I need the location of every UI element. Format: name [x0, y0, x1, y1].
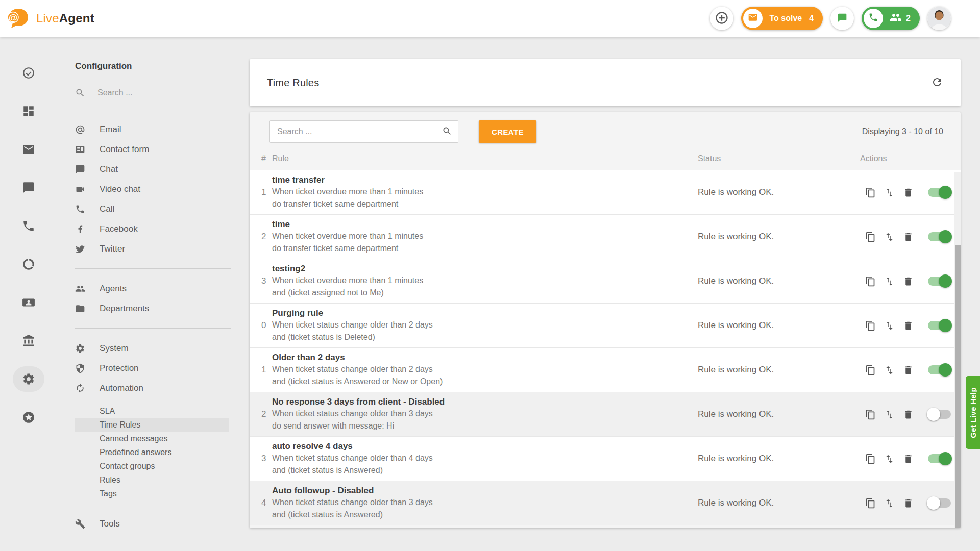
sidebar-search-input[interactable] — [96, 88, 221, 98]
rail-item-calls[interactable] — [13, 213, 44, 239]
rail-item-dashboard[interactable] — [13, 98, 44, 124]
sidebar-item-email[interactable]: Email — [75, 119, 250, 139]
rail-item-mail[interactable] — [13, 137, 44, 162]
rules-table-body: 1time transferWhen ticket overdue more t… — [250, 170, 961, 525]
sidebar-item-tags[interactable]: Tags — [75, 487, 229, 500]
rule-enabled-toggle[interactable] — [928, 321, 951, 330]
rule-action: and (ticket status is Answered) — [272, 464, 698, 477]
rule-row[interactable]: 4Auto followup - DisabledWhen ticket sta… — [250, 481, 961, 525]
brand-logo[interactable]: @ LiveAgent — [6, 7, 94, 30]
sidebar-item-twitter[interactable]: Twitter — [75, 239, 250, 259]
copy-icon[interactable] — [865, 498, 876, 509]
rail-item-billing[interactable] — [13, 328, 44, 354]
rule-enabled-toggle[interactable] — [928, 498, 951, 508]
copy-icon[interactable] — [865, 232, 876, 242]
rule-row[interactable]: 3auto resolve 4 daysWhen ticket status c… — [250, 437, 961, 481]
scrollbar-thumb[interactable] — [955, 245, 961, 528]
rule-enabled-toggle[interactable] — [928, 188, 951, 197]
phone-icon — [75, 204, 85, 214]
trash-icon[interactable] — [903, 498, 914, 509]
rail-item-configuration[interactable] — [13, 366, 44, 392]
trash-icon[interactable] — [903, 409, 914, 420]
trash-icon[interactable] — [903, 276, 914, 287]
sidebar-item-system[interactable]: System — [75, 338, 250, 358]
sidebar-item-departments[interactable]: Departments — [75, 298, 250, 318]
sidebar-item-tools[interactable]: Tools — [75, 514, 250, 534]
reorder-icon[interactable] — [884, 187, 895, 198]
sidebar-item-contact-groups[interactable]: Contact groups — [75, 459, 229, 473]
rail-item-contacts[interactable] — [13, 290, 44, 315]
create-button[interactable]: CREATE — [479, 120, 536, 143]
to-solve-button[interactable]: To solve 4 — [741, 7, 823, 30]
rule-row[interactable]: 2No response 3 days from client - Disabl… — [250, 392, 961, 437]
search-button[interactable] — [436, 121, 458, 142]
copy-icon[interactable] — [865, 320, 876, 331]
refresh-button[interactable] — [931, 76, 943, 90]
rule-row[interactable]: 2timeWhen ticket overdue more than 1 min… — [250, 215, 961, 259]
rule-enabled-toggle[interactable] — [928, 410, 951, 419]
scrollbar[interactable] — [954, 172, 961, 528]
copy-icon[interactable] — [865, 409, 876, 420]
copy-icon[interactable] — [865, 454, 876, 464]
get-live-help-tab[interactable]: Get Live Help — [966, 376, 980, 449]
check-circle-icon — [22, 66, 35, 80]
add-button[interactable] — [710, 7, 733, 30]
rule-name: Older than 2 days — [272, 352, 698, 363]
reorder-icon[interactable] — [884, 365, 895, 375]
reorder-icon[interactable] — [884, 454, 895, 464]
sidebar-item-sla[interactable]: SLA — [75, 404, 229, 418]
copy-icon[interactable] — [865, 276, 876, 287]
page-title: Time Rules — [267, 77, 319, 89]
copy-icon[interactable] — [865, 187, 876, 198]
sidebar-item-contact-form[interactable]: Contact form — [75, 139, 250, 159]
copy-icon[interactable] — [865, 365, 876, 375]
avatar[interactable] — [927, 7, 951, 30]
reorder-icon[interactable] — [884, 232, 895, 242]
reorder-icon[interactable] — [884, 320, 895, 331]
rule-row[interactable]: 0Purging ruleWhen ticket status change o… — [250, 304, 961, 348]
rail-item-reports[interactable] — [13, 252, 44, 277]
rules-search-input[interactable] — [270, 121, 436, 142]
sidebar-item-call[interactable]: Call — [75, 199, 250, 219]
sync-icon — [75, 383, 85, 393]
rule-row[interactable]: 1Older than 2 daysWhen ticket status cha… — [250, 348, 961, 392]
trash-icon[interactable] — [903, 232, 914, 242]
rule-enabled-toggle[interactable] — [928, 277, 951, 286]
reorder-icon[interactable] — [884, 276, 895, 287]
sidebar-item-chat[interactable]: Chat — [75, 159, 250, 179]
rule-action: do send answer with message: Hi — [272, 420, 698, 432]
at-icon — [75, 124, 85, 135]
rule-enabled-toggle[interactable] — [928, 454, 951, 463]
sidebar-item-video-chat[interactable]: Video chat — [75, 179, 250, 199]
rail-item-upgrade[interactable] — [13, 405, 44, 430]
rule-order: 3 — [261, 454, 272, 464]
sidebar-item-time-rules[interactable]: Time Rules — [75, 418, 229, 432]
sidebar-item-agents[interactable]: Agents — [75, 279, 250, 298]
trash-icon[interactable] — [903, 187, 914, 198]
people-icon — [890, 11, 902, 26]
rule-enabled-toggle[interactable] — [928, 365, 951, 374]
rail-item-tickets[interactable] — [13, 60, 44, 86]
reorder-icon[interactable] — [884, 498, 895, 509]
trash-icon[interactable] — [903, 454, 914, 464]
to-solve-count: 4 — [809, 14, 814, 23]
sidebar-item-facebook[interactable]: Facebook — [75, 219, 250, 239]
rule-status: Rule is working OK. — [698, 454, 860, 464]
trash-icon[interactable] — [903, 320, 914, 331]
rule-row[interactable]: 3testing2When ticket overdue more than 1… — [250, 259, 961, 304]
sidebar-item-rules[interactable]: Rules — [75, 473, 229, 487]
calls-button[interactable]: 2 — [862, 7, 920, 30]
gear-icon — [75, 343, 85, 354]
reorder-icon[interactable] — [884, 409, 895, 420]
chats-button[interactable] — [830, 7, 854, 30]
rule-enabled-toggle[interactable] — [928, 232, 951, 241]
sidebar-item-canned-messages[interactable]: Canned messages — [75, 432, 229, 445]
sidebar-item-automation[interactable]: Automation — [75, 378, 250, 398]
rail-item-chats[interactable] — [13, 175, 44, 201]
trash-icon[interactable] — [903, 365, 914, 375]
sidebar-item-protection[interactable]: Protection — [75, 358, 250, 378]
rule-row[interactable]: 1time transferWhen ticket overdue more t… — [250, 170, 961, 215]
facebook-icon — [75, 224, 85, 234]
sidebar-item-predefined-answers[interactable]: Predefined answers — [75, 445, 229, 459]
folder-icon — [75, 304, 85, 314]
